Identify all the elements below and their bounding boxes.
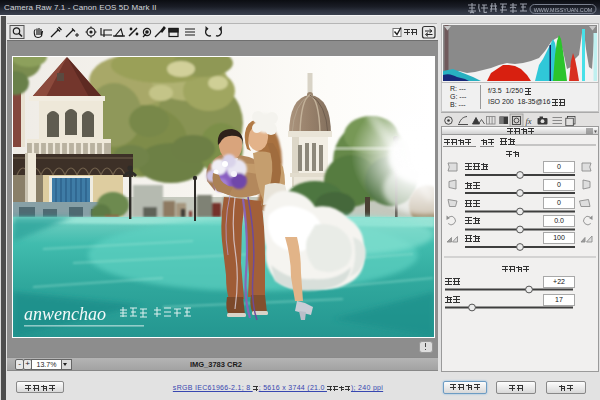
svg-text:WWW.MISSYUAN.COM: WWW.MISSYUAN.COM: [534, 7, 593, 13]
svg-text:fx: fx: [526, 116, 532, 126]
svg-text:anwenchao: anwenchao: [24, 304, 106, 324]
